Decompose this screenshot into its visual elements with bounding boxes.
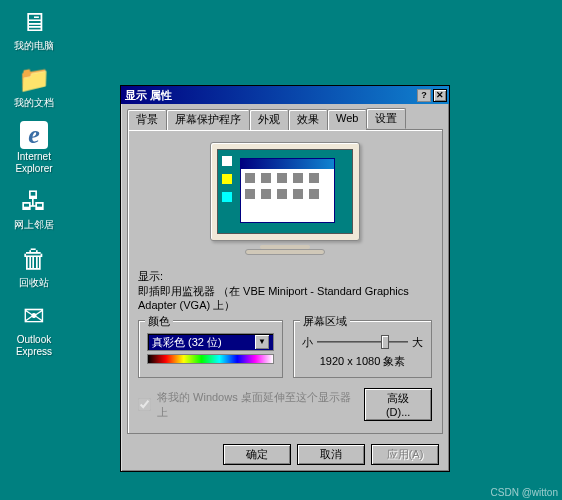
ok-button[interactable]: 确定 [223, 444, 291, 465]
tab-5[interactable]: 设置 [366, 108, 406, 129]
tab-1[interactable]: 屏幕保护程序 [166, 109, 250, 130]
tab-0[interactable]: 背景 [127, 109, 167, 130]
ie-icon[interactable]: eInternet Explorer [2, 121, 66, 175]
color-depth-value: 真彩色 (32 位) [152, 335, 222, 350]
monitor-preview [138, 138, 432, 265]
slider-min-label: 小 [302, 335, 313, 350]
network-icon[interactable]: 🖧网上邻居 [2, 185, 66, 231]
outlook-icon[interactable]: ✉Outlook Express [2, 300, 66, 358]
resolution-value: 1920 x 1080 象素 [302, 354, 423, 369]
close-button[interactable]: ✕ [433, 89, 447, 102]
settings-panel: 显示: 即插即用监视器 （在 VBE Miniport - Standard G… [127, 129, 443, 434]
display-properties-window: 显示 属性 ? ✕ 背景屏幕保护程序外观效果Web设置 显示: 即插即用监视器 … [120, 85, 450, 472]
color-group: 颜色 真彩色 (32 位) ▼ [138, 320, 283, 378]
extend-desktop-checkbox [138, 398, 151, 411]
tab-strip: 背景屏幕保护程序外观效果Web设置 [121, 104, 449, 129]
slider-max-label: 大 [412, 335, 423, 350]
screen-area-label: 屏幕区域 [300, 314, 350, 329]
color-palette-preview [147, 354, 274, 364]
extend-desktop-label: 将我的 Windows 桌面延伸至这个显示器上 [157, 390, 358, 420]
window-title: 显示 属性 [123, 88, 415, 103]
slider-thumb[interactable] [381, 335, 389, 349]
color-group-label: 颜色 [145, 314, 173, 329]
recycle-bin-icon[interactable]: 🗑回收站 [2, 243, 66, 289]
tab-3[interactable]: 效果 [288, 109, 328, 130]
tab-4[interactable]: Web [327, 109, 367, 130]
dialog-buttons: 确定 取消 应用(A) [121, 438, 449, 471]
my-documents-icon[interactable]: 📁我的文档 [2, 63, 66, 109]
tab-2[interactable]: 外观 [249, 109, 289, 130]
titlebar[interactable]: 显示 属性 ? ✕ [121, 86, 449, 104]
watermark: CSDN @witton [491, 487, 558, 498]
chevron-down-icon: ▼ [255, 335, 269, 349]
apply-button: 应用(A) [371, 444, 439, 465]
color-depth-dropdown[interactable]: 真彩色 (32 位) ▼ [147, 333, 274, 351]
resolution-slider[interactable] [317, 333, 408, 351]
display-value: 即插即用监视器 （在 VBE Miniport - Standard Graph… [138, 284, 432, 312]
screen-area-group: 屏幕区域 小 大 1920 x 1080 象素 [293, 320, 432, 378]
advanced-button[interactable]: 高级(D)... [364, 388, 432, 421]
my-computer-icon[interactable]: 🖥我的电脑 [2, 6, 66, 52]
cancel-button[interactable]: 取消 [297, 444, 365, 465]
help-button[interactable]: ? [417, 89, 431, 102]
display-label: 显示: [138, 269, 432, 284]
